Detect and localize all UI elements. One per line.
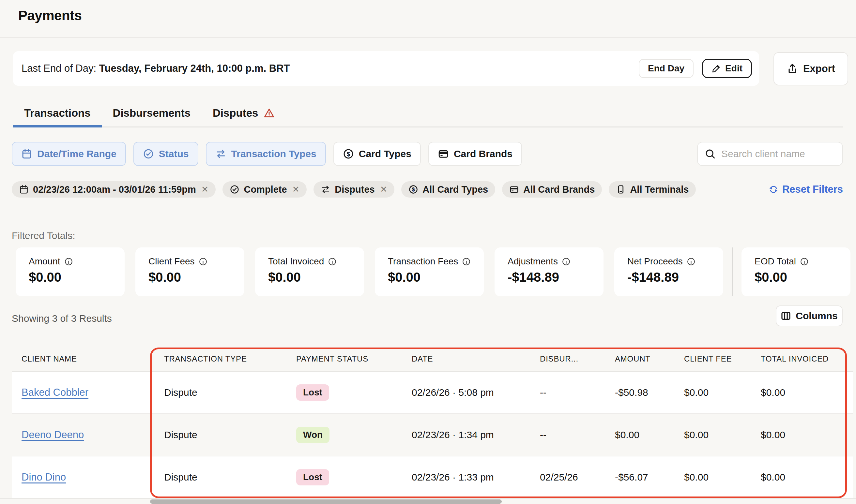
table-row: Deeno Deeno Dispute Won 02/23/26 · 1:34 … [12,414,853,456]
total-card-value: -$148.89 [508,270,604,285]
amount-cell: -$50.98 [605,372,674,413]
date-time-range-label: Date/Time Range [37,148,117,159]
filter-chips-row: 02/23/26 12:00am - 03/01/26 11:59pm ✕ Co… [12,181,843,198]
card-brands-filter-button[interactable]: Card Brands [428,142,522,166]
transaction-type-cell: Dispute [154,372,286,413]
chip-date-range[interactable]: 02/23/26 12:00am - 03/01/26 11:59pm ✕ [12,181,216,198]
date-time-range-filter-button[interactable]: Date/Time Range [12,142,126,166]
chip-all-card-types[interactable]: $ All Card Types [401,181,495,198]
chip-all-terminals[interactable]: All Terminals [609,181,696,198]
total-invoiced-cell: $0.00 [751,456,853,498]
totals-cards-row: Amount $0.00 Client Fees $0.00 Total Inv… [16,248,851,296]
info-icon[interactable] [562,257,571,266]
swap-arrows-icon [321,184,330,194]
info-icon[interactable] [328,257,337,266]
info-icon[interactable] [199,257,208,266]
total-card-label: Amount [29,256,60,267]
swap-arrows-icon [215,148,226,159]
client-fee-cell: $0.00 [674,372,751,413]
total-card-label: Adjustments [508,256,558,267]
card-brands-label: Card Brands [454,148,512,159]
chip-all-card-brands[interactable]: All Card Brands [502,181,602,198]
tab-disputes[interactable]: Disputes [202,100,286,126]
total-card-value: $0.00 [754,270,851,285]
chip-date-range-label: 02/23/26 12:00am - 03/01/26 11:59pm [33,184,196,195]
chip-disputes-label: Disputes [335,184,374,195]
tab-transactions[interactable]: Transactions [13,100,102,126]
total-card-adjustments: Adjustments -$148.89 [494,248,604,296]
total-card-total-invoiced: Total Invoiced $0.00 [255,248,364,296]
svg-text:$: $ [412,186,415,192]
credit-card-icon [438,148,449,159]
calendar-icon [19,184,29,194]
last-end-of-day-text: Last End of Day: Tuesday, February 24th,… [21,62,290,74]
warning-icon [263,107,275,119]
disbursement-cell: 02/25/26 [530,456,605,498]
info-icon[interactable] [800,257,809,266]
col-header-client-name: CLIENT NAME [12,346,154,371]
total-card-value: -$148.89 [627,270,723,285]
status-badge: Won [296,427,330,443]
tab-transactions-label: Transactions [24,107,91,119]
chip-all-terminals-label: All Terminals [630,184,689,195]
close-icon[interactable]: ✕ [292,184,300,195]
filter-buttons-row: Date/Time Range Status Transaction Types… [12,142,843,166]
status-filter-button[interactable]: Status [134,142,198,166]
horizontal-scrollbar-thumb[interactable] [150,500,502,504]
last-end-of-day-label: Last End of Day: [21,62,99,74]
total-card-label: Total Invoiced [268,256,324,267]
edit-button[interactable]: Edit [702,59,752,78]
columns-button[interactable]: Columns [776,305,843,326]
export-icon [787,63,798,75]
info-icon[interactable] [462,257,471,266]
date-cell: 02/26/26 · 5:08 pm [402,372,530,413]
total-card-transaction-fees: Transaction Fees $0.00 [375,248,484,296]
search-input[interactable] [721,148,836,159]
transactions-table: CLIENT NAME TRANSACTION TYPE PAYMENT STA… [12,346,853,499]
client-fee-cell: $0.00 [674,456,751,498]
end-day-button[interactable]: End Day [639,59,694,78]
check-circle-icon [143,148,154,159]
total-card-amount: Amount $0.00 [16,248,125,296]
tab-disbursements[interactable]: Disbursements [102,100,202,126]
total-card-value: $0.00 [29,270,125,285]
check-circle-icon [230,184,240,194]
transaction-types-filter-button[interactable]: Transaction Types [206,142,326,166]
page-title: Payments [18,8,82,23]
transaction-type-cell: Dispute [154,456,286,498]
total-card-value: $0.00 [388,270,484,285]
transaction-type-cell: Dispute [154,414,286,456]
total-card-label: EOD Total [754,256,796,267]
col-header-payment-status: PAYMENT STATUS [286,346,402,371]
close-icon[interactable]: ✕ [380,184,387,195]
total-card-net-proceeds: Net Proceeds -$148.89 [614,248,723,296]
table-row: Baked Cobbler Dispute Lost 02/26/26 · 5:… [12,372,853,414]
chip-all-card-types-label: All Card Types [422,184,488,195]
info-icon[interactable] [687,257,696,266]
export-button-label: Export [803,63,835,75]
chip-complete[interactable]: Complete ✕ [223,181,307,198]
info-icon[interactable] [64,257,73,266]
status-badge: Lost [296,384,329,401]
last-end-of-day-value: Tuesday, February 24th, 10:00 p.m. BRT [99,62,290,74]
amount-cell: -$56.07 [605,456,674,498]
client-link[interactable]: Deeno Deeno [21,429,84,441]
calendar-icon [21,148,32,159]
client-link[interactable]: Baked Cobbler [21,386,88,398]
export-button[interactable]: Export [773,52,848,85]
col-header-total-invoiced: TOTAL INVOICED [751,346,853,371]
close-icon[interactable]: ✕ [201,184,209,195]
date-cell: 02/23/26 · 1:34 pm [402,414,530,456]
status-badge: Lost [296,469,329,485]
chip-disputes[interactable]: Disputes ✕ [314,181,395,198]
date-cell: 02/23/26 · 1:33 pm [402,456,530,498]
reset-icon [768,184,779,195]
reset-filters-link[interactable]: Reset Filters [768,183,843,195]
status-label: Status [159,148,189,159]
total-card-label: Client Fees [149,256,195,267]
total-card-label: Net Proceeds [627,256,683,267]
reset-filters-label: Reset Filters [782,183,843,195]
card-types-filter-button[interactable]: $ Card Types [333,142,421,166]
credit-card-icon [509,184,519,194]
client-link[interactable]: Dino Dino [21,471,66,483]
